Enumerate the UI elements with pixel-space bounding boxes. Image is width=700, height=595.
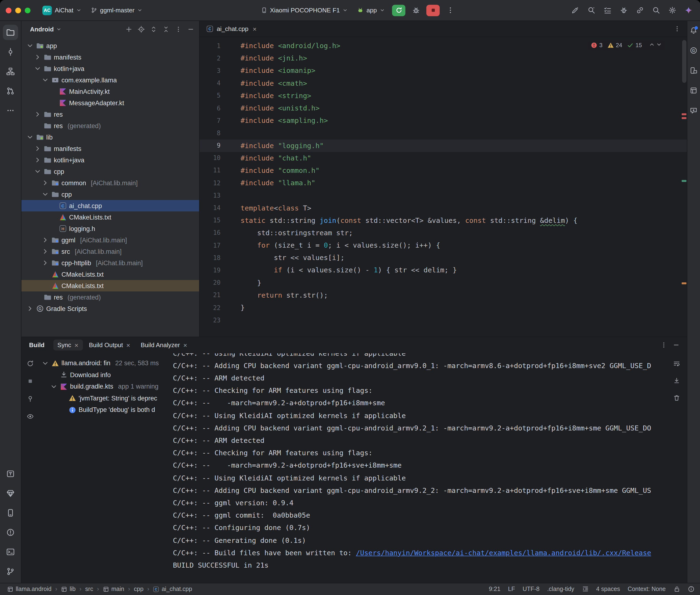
device-selector[interactable]: Xiaomi POCOPHONE F1 bbox=[257, 5, 351, 16]
tree-item[interactable]: CMakeLists.txt bbox=[22, 268, 199, 280]
code-line[interactable]: 17 for (size_t i = 0; i < values.size();… bbox=[200, 239, 687, 251]
tree-item[interactable]: common[AiChat.lib.main] bbox=[22, 177, 199, 189]
build-tab-build-analyzer[interactable]: Build Analyzer× bbox=[137, 340, 192, 350]
tree-item[interactable]: res bbox=[22, 109, 199, 120]
tree-item[interactable]: manifests bbox=[22, 143, 199, 154]
code-line[interactable]: 14template<class T> bbox=[200, 202, 687, 214]
chevron-right-icon[interactable] bbox=[41, 259, 49, 267]
tree-item[interactable]: CMakeLists.txt bbox=[22, 211, 199, 223]
ai-search-button[interactable] bbox=[585, 4, 598, 17]
line-number[interactable]: 4 bbox=[200, 80, 221, 87]
chevron-right-icon[interactable] bbox=[34, 145, 41, 152]
line-number[interactable]: 13 bbox=[200, 192, 221, 199]
notifications-tool-button[interactable] bbox=[688, 25, 699, 36]
zoom-window-button[interactable] bbox=[25, 7, 30, 13]
chevron-right-icon[interactable] bbox=[26, 305, 34, 312]
build-tab-sync[interactable]: Sync× bbox=[53, 340, 83, 350]
code-line[interactable]: 3#include <iomanip> bbox=[200, 64, 687, 77]
debug-button[interactable] bbox=[409, 4, 422, 17]
chevron-down-icon[interactable] bbox=[26, 42, 34, 50]
line-number[interactable]: 9 bbox=[200, 142, 221, 149]
chevron-down-icon[interactable] bbox=[41, 191, 49, 198]
error-stripe-mark[interactable] bbox=[681, 113, 686, 115]
code-line[interactable]: 20 } bbox=[200, 277, 687, 289]
warnings-indicator[interactable]: 24 bbox=[607, 42, 622, 49]
run-config-selector[interactable]: app bbox=[354, 5, 388, 16]
line-number[interactable]: 18 bbox=[200, 254, 221, 261]
build-tree-item[interactable]: Download info bbox=[38, 369, 170, 381]
ai-edit-button[interactable] bbox=[568, 4, 582, 17]
line-number[interactable]: 23 bbox=[200, 316, 221, 323]
tree-item[interactable]: lib bbox=[22, 132, 199, 143]
settings-button[interactable] bbox=[666, 4, 679, 17]
plus-button[interactable] bbox=[123, 23, 134, 35]
chevron-down-icon[interactable] bbox=[50, 383, 58, 391]
chevron-right-icon[interactable] bbox=[41, 179, 49, 187]
breadcrumb-item[interactable]: src bbox=[84, 586, 94, 593]
chevron-right-icon[interactable] bbox=[34, 53, 41, 61]
device-manager-tool-button[interactable] bbox=[3, 505, 18, 520]
build-tree-item[interactable]: build.gradle.ktsapp 1 warning bbox=[38, 381, 170, 392]
code-line[interactable]: 21 return str.str(); bbox=[200, 289, 687, 302]
close-window-button[interactable] bbox=[6, 7, 11, 13]
stop-square-button[interactable] bbox=[24, 375, 36, 387]
chevron-right-icon[interactable] bbox=[41, 248, 49, 255]
code-line[interactable]: 16 std::ostringstream str; bbox=[200, 227, 687, 239]
tree-item[interactable]: MessageAdapter.kt bbox=[22, 97, 199, 109]
passed-indicator[interactable]: 15 bbox=[627, 42, 642, 49]
code-line[interactable]: 6#include <unistd.h> bbox=[200, 102, 687, 114]
tree-item[interactable]: res(generated) bbox=[22, 291, 199, 303]
gradle-tool-button[interactable]: G bbox=[688, 45, 699, 56]
close-tab-icon[interactable]: × bbox=[252, 26, 257, 32]
pin-button[interactable] bbox=[24, 393, 36, 404]
ai-link-button[interactable] bbox=[633, 4, 647, 17]
line-number[interactable]: 3 bbox=[200, 67, 221, 74]
caret-position[interactable]: 9:21 bbox=[489, 586, 500, 593]
clear-all-button[interactable] bbox=[671, 392, 682, 403]
breadcrumb-item[interactable]: main bbox=[102, 586, 126, 593]
checklist-button[interactable] bbox=[601, 4, 614, 17]
line-number[interactable]: 10 bbox=[200, 154, 221, 162]
chevron-right-icon[interactable] bbox=[34, 111, 41, 118]
build-tree-item[interactable]: llama.android: fin22 sec, 583 ms bbox=[38, 358, 170, 369]
code-line[interactable]: 22} bbox=[200, 302, 687, 314]
line-number[interactable]: 21 bbox=[200, 292, 221, 299]
clang-tidy-indicator[interactable]: .clang-tidy bbox=[547, 586, 574, 593]
line-number[interactable]: 17 bbox=[200, 242, 221, 249]
locate-button[interactable] bbox=[135, 23, 147, 35]
code-line[interactable]: 4#include <cmath> bbox=[200, 77, 687, 89]
code-line[interactable]: 8 bbox=[200, 127, 687, 139]
build-tab-build-output[interactable]: Build Output× bbox=[85, 340, 134, 350]
pull-requests-tool-button[interactable] bbox=[3, 83, 18, 98]
commit-tool-button[interactable] bbox=[3, 44, 18, 59]
file-lock-button[interactable] bbox=[673, 586, 680, 593]
code-line[interactable]: 18 str << values[i]; bbox=[200, 251, 687, 264]
code-line[interactable]: 10#include "chat.h" bbox=[200, 152, 687, 164]
scroll-end-button[interactable] bbox=[671, 375, 682, 387]
ide-info-button[interactable] bbox=[688, 586, 694, 593]
tree-item[interactable]: manifests bbox=[22, 51, 199, 63]
next-problem-button[interactable] bbox=[656, 41, 662, 49]
layout-inspector-tool-button[interactable] bbox=[688, 85, 699, 96]
sync-button[interactable] bbox=[24, 358, 36, 369]
line-number[interactable]: 20 bbox=[200, 279, 221, 286]
line-number[interactable]: 15 bbox=[200, 217, 221, 224]
line-number[interactable]: 7 bbox=[200, 117, 221, 124]
rerun-button[interactable] bbox=[392, 4, 405, 16]
tree-item[interactable]: GGradle Scripts bbox=[22, 303, 199, 314]
line-number[interactable]: 14 bbox=[200, 204, 221, 211]
project-view-selector[interactable]: Android bbox=[27, 24, 64, 34]
chevron-down-icon[interactable] bbox=[34, 65, 41, 73]
hide-build-panel-button[interactable] bbox=[670, 339, 682, 351]
breadcrumb-item[interactable]: lib bbox=[60, 586, 77, 593]
tree-item[interactable]: ggml[AiChat.lib.main] bbox=[22, 234, 199, 246]
code-line[interactable]: 11#include "common.h" bbox=[200, 164, 687, 177]
code-line[interactable]: 15static std::string join(const std::vec… bbox=[200, 214, 687, 226]
close-tab-icon[interactable]: × bbox=[126, 342, 130, 348]
editor-scrollbar[interactable] bbox=[682, 40, 686, 83]
code-style-button[interactable] bbox=[582, 586, 589, 593]
line-number[interactable]: 1 bbox=[200, 42, 221, 49]
tree-item[interactable]: src[AiChat.lib.main] bbox=[22, 246, 199, 257]
tree-item[interactable]: kotlin+java bbox=[22, 63, 199, 74]
chevron-right-icon[interactable] bbox=[34, 156, 41, 164]
